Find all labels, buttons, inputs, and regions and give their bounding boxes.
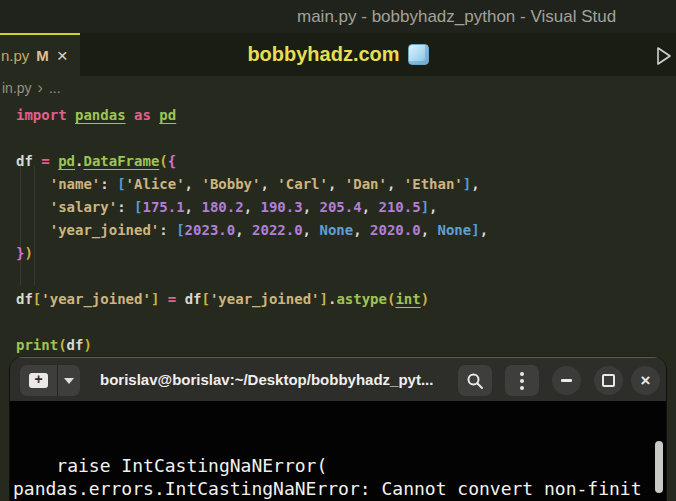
code-line: pandas.errors.IntCastingNaNError: Cannot… [13, 477, 666, 500]
token: ] [463, 176, 471, 192]
close-button[interactable]: × [631, 366, 660, 395]
kebab-menu-icon [520, 372, 524, 390]
token: , [471, 176, 479, 192]
play-icon [652, 45, 674, 67]
token: pandas.errors.IntCastingNaNError: Cannot… [13, 478, 642, 499]
chevron-down-icon [64, 378, 74, 384]
code-line [16, 265, 488, 288]
search-button[interactable] [458, 365, 492, 396]
tab-dropdown-button[interactable] [58, 365, 80, 396]
token: , [362, 199, 379, 215]
tab-bar: n.py M × bobbyhadz.com [0, 33, 676, 76]
token: int [395, 291, 420, 307]
token: [ [117, 176, 125, 192]
code-line: raise IntCastingNaNError( [13, 454, 666, 477]
token: ) [421, 291, 429, 307]
watermark-text: bobbyhadz.com [247, 43, 399, 66]
token: , [303, 199, 320, 215]
token: , [353, 222, 370, 238]
token: 'Alice' [126, 176, 185, 192]
token: 2023.0 [185, 222, 236, 238]
code-line [16, 127, 488, 150]
token: , [235, 222, 252, 238]
title-bar: main.py - bobbyhadz_python - Visual Stud [0, 0, 676, 33]
token: import [16, 107, 75, 123]
token: 'Ethan' [404, 176, 463, 192]
code-line: 'salary': [175.1, 180.2, 190.3, 205.4, 2… [16, 196, 488, 219]
token: 'year_joined' [41, 291, 151, 307]
token: , [303, 222, 320, 238]
token: 175.1 [142, 199, 184, 215]
token: 'Bobby' [201, 176, 260, 192]
maximize-icon [602, 374, 615, 387]
token: df [185, 291, 202, 307]
token: ) [83, 337, 91, 353]
code-line: 'year_joined': [2023.0, 2022.0, None, 20… [16, 219, 488, 242]
token: ] [421, 199, 429, 215]
code-line: 'name': ['Alice', 'Bobby', 'Carl', 'Dan'… [16, 173, 488, 196]
token: , [429, 199, 437, 215]
token: [ [201, 291, 209, 307]
token: None [437, 222, 471, 238]
breadcrumb-more[interactable]: ... [49, 80, 61, 96]
token: , [328, 176, 345, 192]
token [16, 222, 50, 238]
token: as [134, 107, 151, 123]
terminal-title: borislav@borislav:~/Desktop/bobbyhadz_py… [100, 371, 433, 388]
breadcrumb[interactable]: in.py › ... [2, 76, 61, 100]
token: None [319, 222, 353, 238]
watermark: bobbyhadz.com [0, 33, 676, 76]
menu-button[interactable] [505, 365, 539, 396]
ice-cube-icon [408, 44, 429, 65]
token: , [260, 176, 277, 192]
token [159, 291, 167, 307]
token [176, 291, 184, 307]
maximize-button[interactable] [594, 366, 623, 395]
token: df [67, 337, 84, 353]
token: ( [58, 337, 66, 353]
token: : [117, 199, 134, 215]
search-icon [466, 372, 484, 390]
code-line: df['year_joined'] = df['year_joined'].as… [16, 288, 488, 311]
token: 'year_joined' [50, 222, 160, 238]
token: df [16, 291, 33, 307]
token: , [244, 199, 261, 215]
minimize-button[interactable] [552, 366, 581, 395]
close-icon: × [641, 372, 651, 389]
token: 'Dan' [345, 176, 387, 192]
breadcrumb-file[interactable]: in.py [2, 80, 32, 96]
token: = [41, 153, 49, 169]
token: pd [159, 107, 176, 123]
token: astype [336, 291, 387, 307]
minimize-icon [561, 379, 572, 382]
terminal-output[interactable]: raise IntCastingNaNError(pandas.errors.I… [10, 401, 666, 501]
token: 'name' [50, 176, 101, 192]
token: print [16, 337, 58, 353]
terminal-lines: raise IntCastingNaNError(pandas.errors.I… [13, 454, 666, 501]
terminal-scrollbar[interactable] [655, 441, 663, 493]
token: { [168, 153, 176, 169]
terminal-header[interactable]: borislav@borislav:~/Desktop/bobbyhadz_py… [10, 357, 666, 401]
tab-main-py[interactable]: n.py M × [0, 33, 80, 76]
new-tab-button[interactable] [20, 365, 58, 396]
token: raise IntCastingNaNError( [13, 455, 327, 476]
vscode-window: main.py - bobbyhadz_python - Visual Stud… [0, 0, 676, 501]
code-area: import pandas as pddf = pd.DataFrame({ '… [16, 104, 488, 357]
new-terminal-tab-icon [29, 373, 48, 388]
token: , [387, 176, 404, 192]
chevron-right-icon: › [38, 79, 43, 97]
code-line: }) [16, 242, 488, 265]
token [16, 176, 50, 192]
token: df [16, 153, 41, 169]
token: 2020.0 [370, 222, 421, 238]
token [50, 153, 58, 169]
token: ] [471, 222, 479, 238]
token: 190.3 [260, 199, 302, 215]
code-line: import pandas as pd [16, 104, 488, 127]
run-button[interactable] [652, 45, 674, 67]
token: = [168, 291, 176, 307]
token: 'Carl' [277, 176, 328, 192]
new-tab-split-button [20, 365, 80, 396]
tab-close-icon[interactable]: × [57, 46, 68, 65]
token: : [159, 222, 176, 238]
